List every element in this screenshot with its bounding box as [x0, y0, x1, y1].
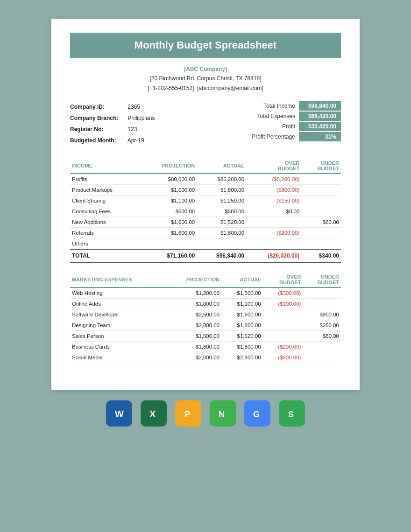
- company-id-value: 2365: [128, 104, 140, 110]
- income-row-name: Others: [70, 238, 139, 250]
- expense-row-under: [303, 342, 341, 352]
- budgeted-month-label: Budgeted Month:: [70, 135, 126, 146]
- income-col-header: INCOME: [70, 157, 139, 174]
- expense-row-over: [263, 320, 303, 331]
- branch-label: Company Branch:: [70, 112, 126, 124]
- google-docs-icon[interactable]: G: [244, 400, 270, 427]
- income-row-over: ($800.00): [246, 185, 301, 196]
- income-row-name: Consulting Fees: [70, 206, 139, 217]
- income-row: Product Markups $1,000.00 $1,800.00 ($80…: [70, 185, 341, 196]
- excel-icon[interactable]: X: [141, 400, 167, 427]
- income-row-projection: $1,000.00: [139, 185, 197, 196]
- expense-row-name: Sales Person: [70, 331, 166, 342]
- projection-col-header: PROJECTION: [139, 157, 197, 174]
- over-budget-col-header: OVERBUDGET: [246, 157, 301, 174]
- expense-row: Business Cards $1,600.00 $1,800.00 ($200…: [70, 342, 341, 352]
- expense-row-actual: $1,520.00: [221, 331, 263, 342]
- numbers-icon[interactable]: N: [210, 400, 236, 427]
- income-row-actual: [197, 238, 246, 250]
- income-row-actual: $1,800.00: [197, 228, 246, 238]
- income-row-projection: $1,100.00: [139, 196, 197, 206]
- profit-label: Profit: [244, 123, 295, 130]
- income-row-name: Product Markups: [70, 185, 139, 196]
- profit-value: $30,420.00: [299, 122, 341, 131]
- expense-row: Software Developer $2,500.00 $1,600.00 $…: [70, 309, 341, 320]
- income-row: Consulting Fees $500.00 $500.00 $0.00: [70, 206, 341, 217]
- expense-row-over: ($100.00): [263, 299, 303, 309]
- expense-row-under: [303, 299, 341, 309]
- income-row-name: New Additions: [70, 217, 139, 228]
- expense-row: Sales Person $1,600.00 $1,520.00 $80.00: [70, 331, 341, 342]
- expense-row-actual: $1,500.00: [221, 287, 263, 299]
- income-row-under: [301, 206, 341, 217]
- expense-row-projection: $1,600.00: [166, 342, 221, 352]
- income-row-name: Profits: [70, 174, 139, 185]
- income-row-under: [301, 196, 341, 206]
- exp-over-budget-col-header: OVERBUDGET: [263, 271, 303, 287]
- income-row-projection: $1,600.00: [139, 217, 197, 228]
- word-icon[interactable]: W: [106, 400, 132, 427]
- total-expenses-row: Total Expenses $66,420.00: [244, 112, 341, 121]
- total-income-row: Total Income $96,840.00: [244, 101, 341, 111]
- income-total-actual: $96,840.00: [197, 249, 246, 262]
- budgeted-month-value: Apr-19: [128, 137, 144, 144]
- income-row: New Additions $1,600.00 $1,520.00 $80.00: [70, 217, 341, 228]
- expense-row-name: Business Cards: [70, 342, 166, 352]
- meta-summary-section: Company ID: 2365 Company Branch: Philipp…: [70, 101, 341, 146]
- income-row: Client Sharing $1,100.00 $1,250.00 ($150…: [70, 196, 341, 206]
- expense-row: Social Media $2,000.00 $2,800.00 ($800.0…: [70, 352, 341, 363]
- expense-row: Web Hosting $1,200.00 $1,500.00 ($300.00…: [70, 287, 341, 299]
- expense-row: Online Adds $1,000.00 $1,100.00 ($100.00…: [70, 299, 341, 309]
- expense-row-name: Online Adds: [70, 299, 166, 309]
- expense-row-actual: $1,800.00: [221, 320, 263, 331]
- expense-row-under: $900.00: [303, 309, 341, 320]
- income-row-under: $80.00: [301, 217, 341, 228]
- company-id-row: Company ID: 2365: [70, 101, 155, 112]
- income-row-projection: [139, 238, 197, 250]
- google-sheets-icon[interactable]: S: [279, 400, 305, 427]
- income-row-actual: $1,520.00: [197, 217, 246, 228]
- company-contact: [+1-202-555-0152], [abccompany@email.com…: [70, 84, 341, 93]
- exp-actual-col-header: ACTUAL: [221, 271, 263, 287]
- income-total-label: TOTAL: [70, 249, 139, 262]
- pages-icon[interactable]: P: [175, 400, 201, 427]
- income-total-under: $340.00: [301, 249, 341, 262]
- profit-row: Profit $30,420.00: [244, 122, 341, 131]
- expense-row-projection: $2,000.00: [166, 320, 221, 331]
- exp-under-budget-col-header: UNDERBUDGET: [303, 271, 341, 287]
- expense-row-projection: $2,500.00: [166, 309, 221, 320]
- expenses-table: MARKETING EXPENSES PROJECTION ACTUAL OVE…: [70, 271, 341, 363]
- expense-row-actual: $2,800.00: [221, 352, 263, 363]
- income-total-over: ($26,020.00): [246, 249, 301, 262]
- expense-row-under: $200.00: [303, 320, 341, 331]
- income-row-under: [301, 238, 341, 250]
- company-info: [ABC Company] [20 Birchwood Rd. Corpus C…: [70, 64, 341, 93]
- profit-pct-value: 31%: [299, 132, 341, 141]
- expense-row-projection: $1,200.00: [166, 287, 221, 299]
- income-row-actual: $1,800.00: [197, 185, 246, 196]
- income-row-over: $0.00: [246, 206, 301, 217]
- svg-text:P: P: [184, 410, 190, 419]
- income-row-actual: $1,250.00: [197, 196, 246, 206]
- income-table: INCOME PROJECTION ACTUAL OVERBUDGET UNDE…: [70, 157, 341, 263]
- expense-row-over: [263, 331, 303, 342]
- expense-row-projection: $1,600.00: [166, 331, 221, 342]
- expense-row-under: [303, 352, 341, 363]
- income-total-projection: $71,160.00: [139, 249, 197, 262]
- income-row-over: ($150.00): [246, 196, 301, 206]
- register-value: 123: [128, 126, 137, 133]
- income-row-projection: $80,000.00: [139, 174, 197, 185]
- document-container: Monthly Budget Spreadsheet [ABC Company]…: [51, 19, 360, 390]
- company-name: [ABC Company]: [70, 64, 341, 74]
- total-expenses-value: $66,420.00: [299, 112, 341, 121]
- expense-row-actual: $1,100.00: [221, 299, 263, 309]
- income-row-actual: $85,200.00: [197, 174, 246, 185]
- income-row-under: [301, 228, 341, 238]
- company-address: [20 Birchwood Rd. Corpus Christi, TX 784…: [70, 74, 341, 83]
- income-row: Referrals $1,600.00 $1,800.00 ($200.00): [70, 228, 341, 238]
- actual-col-header: ACTUAL: [197, 157, 246, 174]
- profit-pct-row: Profit Percentage 31%: [244, 132, 341, 141]
- expense-row-name: Web Hosting: [70, 287, 166, 299]
- income-row-projection: $1,600.00: [139, 228, 197, 238]
- income-row-over: ($200.00): [246, 228, 301, 238]
